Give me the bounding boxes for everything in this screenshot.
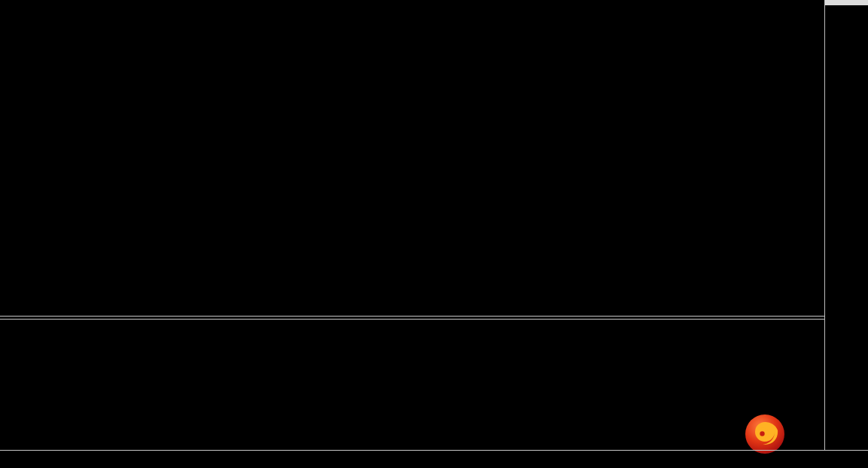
- indicator-panel-border: [0, 319, 824, 320]
- time-axis-border: [0, 450, 868, 451]
- price-axis-border: [824, 0, 825, 450]
- mt4-chart-window: [0, 0, 868, 468]
- macd-panel[interactable]: [0, 320, 824, 450]
- chart-panel-separator[interactable]: [0, 316, 824, 317]
- current-price-tag: [825, 0, 868, 5]
- main-chart[interactable]: [0, 0, 824, 316]
- chart-title: [3, 2, 15, 14]
